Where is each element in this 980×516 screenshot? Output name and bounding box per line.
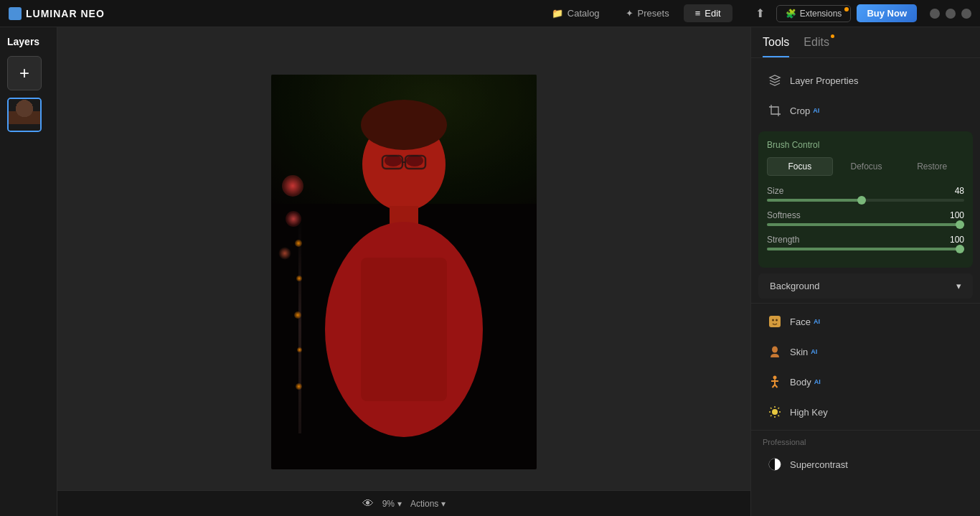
edit-icon: ≡ — [695, 8, 701, 19]
strength-slider-fill — [767, 248, 964, 250]
svg-point-19 — [772, 409, 778, 415]
zoom-chevron-icon: ▾ — [397, 499, 402, 509]
softness-slider-thumb[interactable] — [956, 220, 964, 229]
zoom-value: 9% — [382, 499, 395, 509]
extensions-puzzle-icon: 🧩 — [786, 9, 796, 19]
strength-slider-track[interactable] — [767, 248, 964, 250]
crop-ai-badge: AI — [813, 107, 819, 114]
brush-tabs: Focus Defocus Restore — [767, 157, 964, 176]
titlebar: LUMINAR NEO 📁 Catalog ✦ Presets ≡ Edit ⬆… — [0, 0, 980, 27]
background-chevron-icon: ▾ — [956, 281, 961, 291]
layers-panel: Layers + — [0, 27, 57, 516]
size-value: 48 — [955, 186, 964, 196]
svg-point-12 — [776, 319, 778, 322]
skin-icon — [767, 344, 783, 360]
svg-line-26 — [778, 408, 780, 409]
layer-properties-label: Layer Properties — [790, 75, 858, 86]
minimize-button[interactable]: − — [930, 9, 940, 19]
divider-1 — [751, 303, 980, 304]
app-logo: LUMINAR NEO — [9, 7, 105, 20]
tab-tools[interactable]: Tools — [763, 36, 789, 57]
panel-tabs: Tools Edits — [751, 27, 980, 58]
window-controls: − □ ✕ — [930, 9, 971, 19]
softness-slider-track[interactable] — [767, 223, 964, 226]
panel-item-layer-properties[interactable]: Layer Properties — [755, 65, 976, 95]
layer-thumb-image — [9, 99, 40, 131]
brush-tab-focus[interactable]: Focus — [767, 157, 833, 176]
actions-button[interactable]: Actions ▾ — [410, 499, 446, 509]
professional-section-label: Professional — [751, 433, 980, 449]
panel-content: Layer Properties Crop AI Brush Control — [751, 58, 980, 516]
crop-icon — [767, 103, 783, 118]
high-key-icon — [767, 404, 783, 420]
main-area: Layers + — [0, 27, 980, 516]
panel-item-skin[interactable]: Skin AI — [755, 337, 976, 367]
add-layer-button[interactable]: + — [7, 56, 42, 90]
nav-tab-catalog[interactable]: 📁 Catalog — [540, 4, 611, 22]
svg-point-14 — [773, 376, 777, 380]
strength-slider-row: Strength 100 — [767, 235, 964, 250]
close-button[interactable]: ✕ — [961, 9, 971, 19]
background-dropdown[interactable]: Background ▾ — [758, 273, 973, 299]
titlebar-actions: ⬆ 🧩 Extensions Buy Now − □ ✕ — [750, 4, 971, 23]
brush-tab-defocus[interactable]: Defocus — [834, 157, 899, 176]
nav-tabs: 📁 Catalog ✦ Presets ≡ Edit — [540, 4, 732, 22]
panel-item-supercontrast[interactable]: Supercontrast — [755, 449, 976, 479]
photo-canvas[interactable] — [271, 75, 537, 469]
panel-item-high-key[interactable]: High Key — [755, 397, 976, 427]
extensions-notification-dot — [844, 7, 849, 11]
actions-label: Actions — [410, 499, 438, 509]
brush-tab-restore[interactable]: Restore — [900, 157, 964, 176]
catalog-icon: 📁 — [552, 8, 563, 19]
nav-tab-presets[interactable]: ✦ Presets — [614, 4, 681, 22]
body-label: Body AI — [790, 377, 821, 388]
size-slider-row: Size 48 — [767, 186, 964, 202]
high-key-label: High Key — [790, 407, 828, 418]
body-icon — [767, 374, 783, 390]
strength-value: 100 — [950, 235, 964, 245]
softness-slider-row: Softness 100 — [767, 210, 964, 226]
buy-now-button[interactable]: Buy Now — [857, 4, 917, 22]
maximize-button[interactable]: □ — [946, 9, 956, 19]
logo-icon — [9, 7, 22, 20]
red-overlay — [271, 75, 537, 469]
softness-value: 100 — [950, 210, 964, 220]
size-slider-thumb[interactable] — [857, 196, 866, 205]
svg-line-25 — [778, 416, 780, 417]
presets-icon: ✦ — [626, 8, 633, 19]
supercontrast-label: Supercontrast — [790, 459, 848, 470]
svg-point-13 — [772, 347, 778, 353]
softness-slider-fill — [767, 223, 964, 226]
skin-label: Skin AI — [790, 347, 817, 357]
extensions-button[interactable]: 🧩 Extensions — [776, 5, 852, 22]
skin-ai-badge: AI — [811, 348, 817, 355]
background-label: Background — [770, 281, 819, 291]
face-label: Face AI — [790, 316, 820, 327]
panel-item-face[interactable]: Face AI — [755, 306, 976, 337]
share-button[interactable]: ⬆ — [750, 4, 771, 23]
app-name: LUMINAR NEO — [26, 8, 105, 19]
body-ai-badge: AI — [814, 378, 821, 385]
nav-tab-edit[interactable]: ≡ Edit — [684, 4, 732, 22]
size-slider-track[interactable] — [767, 199, 964, 202]
svg-line-27 — [771, 416, 772, 417]
face-icon — [767, 314, 783, 329]
svg-point-11 — [772, 319, 774, 322]
canvas-container — [271, 75, 537, 469]
svg-line-18 — [775, 385, 778, 388]
panel-item-body[interactable]: Body AI — [755, 367, 976, 397]
visibility-toggle[interactable]: 👁 — [362, 497, 374, 510]
layer-thumbnail-1[interactable] — [7, 98, 42, 132]
brush-control-header: Brush Control — [767, 140, 964, 150]
svg-rect-10 — [769, 316, 781, 327]
right-panel: Tools Edits Layer Properties — [750, 27, 980, 516]
crop-label: Crop AI — [790, 105, 819, 116]
actions-chevron-icon: ▾ — [441, 499, 446, 509]
size-label: Size — [767, 186, 783, 196]
strength-slider-thumb[interactable] — [956, 245, 964, 253]
tab-edits[interactable]: Edits — [804, 36, 829, 57]
zoom-selector[interactable]: 9% ▾ — [382, 499, 402, 509]
size-slider-fill — [767, 199, 862, 202]
panel-item-crop[interactable]: Crop AI — [755, 95, 976, 126]
edits-notification-dot — [831, 34, 834, 38]
